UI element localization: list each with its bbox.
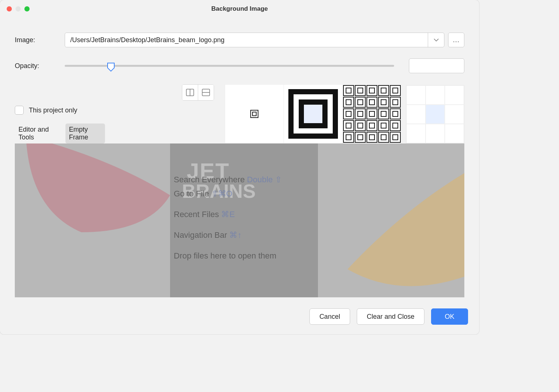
- preview-item-shortcut: ⌘↑: [229, 230, 241, 240]
- preview-drop-hint: Drop files here to open them: [174, 251, 318, 261]
- tab-editor-and-tools[interactable]: Editor and Tools: [15, 124, 61, 143]
- image-path-dropdown[interactable]: [428, 33, 444, 47]
- opacity-label: Opacity:: [15, 62, 65, 70]
- this-project-only-label: This project only: [29, 107, 77, 114]
- preview-area: JET Search Everywhere Double ⇧ BRAINS Go…: [15, 143, 464, 297]
- tile-pattern-icon: [343, 85, 401, 143]
- square-large-icon: [287, 88, 339, 140]
- tab-empty-frame[interactable]: Empty Frame: [65, 124, 105, 143]
- image-path-input[interactable]: [65, 33, 428, 47]
- fill-scale-option[interactable]: [284, 84, 343, 143]
- opacity-input[interactable]: [409, 59, 464, 73]
- window-title: Background Image: [0, 5, 479, 13]
- dialog-footer: Cancel Clear and Close OK: [0, 297, 479, 334]
- minimize-window-button[interactable]: [16, 6, 21, 11]
- clear-and-close-button[interactable]: Clear and Close: [357, 308, 424, 325]
- chevron-down-icon: [434, 38, 439, 41]
- preview-item-shortcut: ⇧⌘O: [211, 189, 233, 198]
- tabs: Editor and Tools Empty Frame: [15, 124, 105, 143]
- position-grid: [406, 85, 464, 143]
- pos-top-right[interactable]: [445, 85, 464, 105]
- background-image-dialog: Background Image Image: ... Opacity:: [0, 0, 479, 334]
- svg-rect-4: [251, 110, 258, 118]
- preview-item-label: Navigation Bar: [174, 230, 227, 240]
- pos-bottom-center[interactable]: [426, 124, 445, 143]
- fill-type-group: [225, 84, 402, 143]
- window-controls: [0, 6, 30, 11]
- preview-item-label: Go to File: [174, 189, 209, 198]
- browse-button[interactable]: ...: [448, 33, 464, 47]
- pos-top-center[interactable]: [426, 85, 445, 105]
- image-path-field: [65, 33, 444, 47]
- preview-item-label: Recent Files: [174, 210, 219, 219]
- preview-editor-panel: JET Search Everywhere Double ⇧ BRAINS Go…: [170, 143, 318, 297]
- split-vertical-icon: [186, 89, 194, 96]
- mirror-vertical-button[interactable]: [198, 85, 214, 100]
- svg-rect-10: [343, 85, 401, 143]
- maximize-window-button[interactable]: [24, 6, 30, 11]
- opacity-slider[interactable]: [65, 60, 394, 71]
- mirror-horizontal-button[interactable]: [182, 85, 198, 100]
- slider-thumb[interactable]: [107, 62, 115, 71]
- ok-button[interactable]: OK: [431, 308, 468, 325]
- close-window-button[interactable]: [7, 6, 12, 11]
- pos-top-left[interactable]: [406, 85, 426, 105]
- preview-item-shortcut: ⌘E: [221, 210, 235, 219]
- pos-mid-left[interactable]: [406, 105, 426, 124]
- fill-tile-option[interactable]: [342, 84, 402, 143]
- opacity-stepper: [409, 58, 464, 73]
- fill-plain-option[interactable]: [225, 84, 284, 143]
- pos-bottom-left[interactable]: [406, 124, 426, 143]
- pos-bottom-right[interactable]: [445, 124, 464, 143]
- square-small-icon: [250, 109, 259, 118]
- this-project-only-checkbox[interactable]: [15, 106, 24, 115]
- cancel-button[interactable]: Cancel: [309, 308, 350, 325]
- svg-rect-5: [253, 112, 256, 116]
- svg-rect-7: [301, 102, 325, 126]
- split-horizontal-icon: [202, 89, 210, 96]
- titlebar: Background Image: [0, 0, 479, 18]
- pos-mid-right[interactable]: [445, 105, 464, 124]
- pos-mid-center[interactable]: [426, 105, 445, 124]
- image-label: Image:: [15, 36, 65, 44]
